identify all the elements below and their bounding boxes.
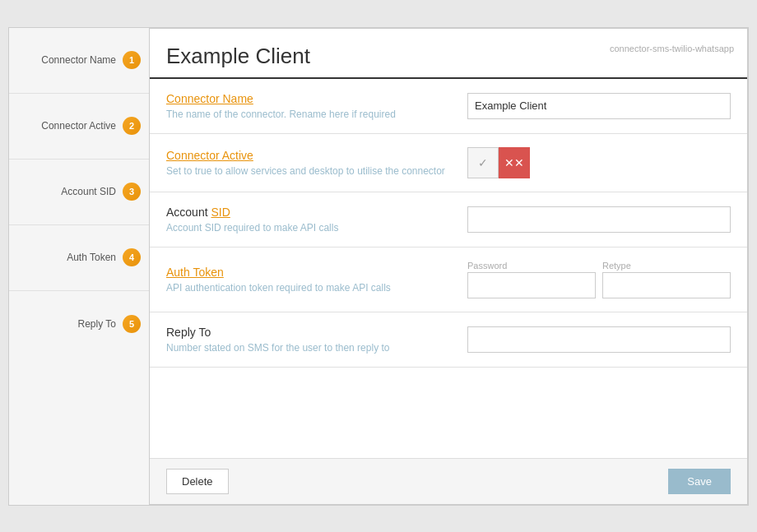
left-label-4: Auth Token bbox=[67, 252, 116, 263]
field-desc-reply-to: Number stated on SMS for the user to the… bbox=[166, 342, 454, 354]
toggle-check-button[interactable]: ✓ bbox=[467, 147, 499, 178]
connector-slug: connector-sms-twilio-whatsapp bbox=[610, 44, 734, 53]
dual-inputs-auth-token: Password Retype bbox=[467, 261, 731, 298]
field-control-connector-name bbox=[467, 93, 731, 119]
field-info-reply-to: Reply To Number stated on SMS for the us… bbox=[166, 326, 454, 354]
toggle-cross-button[interactable]: ✕ bbox=[499, 147, 530, 178]
save-button[interactable]: Save bbox=[668, 469, 731, 494]
badge-5: 5 bbox=[123, 315, 141, 333]
field-row-auth-token: Auth Token API authentication token requ… bbox=[150, 247, 747, 312]
badge-3: 3 bbox=[123, 183, 141, 201]
field-row-account-sid: Account SID Account SID required to make… bbox=[150, 192, 747, 247]
left-label-2: Connector Active bbox=[41, 120, 116, 132]
page-wrapper: Connector Name 1 Connector Active 2 Acco… bbox=[8, 27, 749, 506]
right-panel: connector-sms-twilio-whatsapp Example Cl… bbox=[149, 28, 748, 505]
field-info-account-sid: Account SID Account SID required to make… bbox=[166, 206, 454, 234]
left-panel: Connector Name 1 Connector Active 2 Acco… bbox=[9, 28, 149, 505]
field-label-connector-name: Connector Name bbox=[166, 92, 454, 105]
field-control-auth-token: Password Retype bbox=[467, 261, 731, 298]
field-label-reply-to: Reply To bbox=[166, 326, 454, 339]
badge-4: 4 bbox=[123, 248, 141, 266]
field-desc-connector-name: The name of the connector. Rename here i… bbox=[166, 109, 454, 120]
left-label-1: Connector Name bbox=[41, 54, 116, 66]
field-row-connector-name: Connector Name The name of the connector… bbox=[150, 79, 747, 134]
field-row-reply-to: Reply To Number stated on SMS for the us… bbox=[150, 312, 747, 368]
retype-label: Retype bbox=[602, 261, 731, 271]
field-control-account-sid bbox=[467, 206, 731, 233]
left-item-connector-name: Connector Name 1 bbox=[9, 28, 149, 94]
field-info-connector-name: Connector Name The name of the connector… bbox=[166, 92, 454, 120]
auth-token-retype-input[interactable] bbox=[602, 272, 731, 298]
connector-name-input[interactable] bbox=[467, 93, 731, 119]
delete-button[interactable]: Delete bbox=[166, 469, 229, 494]
field-control-reply-to bbox=[467, 326, 731, 353]
field-desc-auth-token: API authentication token required to mak… bbox=[166, 282, 454, 294]
field-label-auth-token: Auth Token bbox=[166, 266, 454, 279]
pw-wrap-retype: Retype bbox=[602, 261, 731, 298]
panel-footer: Delete Save bbox=[150, 458, 747, 504]
password-label: Password bbox=[467, 261, 596, 271]
field-control-connector-active: ✓ ✕ bbox=[467, 147, 731, 178]
left-item-auth-token: Auth Token 4 bbox=[9, 225, 149, 291]
field-info-auth-token: Auth Token API authentication token requ… bbox=[166, 266, 454, 294]
badge-2: 2 bbox=[123, 117, 141, 135]
toggle-group: ✓ ✕ bbox=[467, 147, 530, 178]
field-label-account-sid: Account SID bbox=[166, 206, 454, 219]
left-item-reply-to: Reply To 5 bbox=[9, 291, 149, 357]
field-label-connector-active: Connector Active bbox=[166, 149, 454, 162]
fields-container: Connector Name The name of the connector… bbox=[150, 79, 747, 458]
field-desc-account-sid: Account SID required to make API calls bbox=[166, 222, 454, 234]
pw-wrap-password: Password bbox=[467, 261, 596, 298]
account-sid-input[interactable] bbox=[467, 206, 731, 233]
left-label-3: Account SID bbox=[61, 186, 116, 197]
field-desc-connector-active: Set to true to allow services and deskto… bbox=[166, 165, 454, 177]
field-row-connector-active: Connector Active Set to true to allow se… bbox=[150, 134, 747, 192]
panel-header: connector-sms-twilio-whatsapp Example Cl… bbox=[150, 29, 747, 79]
auth-token-password-input[interactable] bbox=[467, 272, 596, 298]
left-item-account-sid: Account SID 3 bbox=[9, 160, 149, 225]
left-label-5: Reply To bbox=[78, 318, 116, 330]
reply-to-input[interactable] bbox=[467, 326, 731, 353]
field-info-connector-active: Connector Active Set to true to allow se… bbox=[166, 149, 454, 177]
badge-1: 1 bbox=[123, 51, 141, 69]
left-item-connector-active: Connector Active 2 bbox=[9, 94, 149, 160]
